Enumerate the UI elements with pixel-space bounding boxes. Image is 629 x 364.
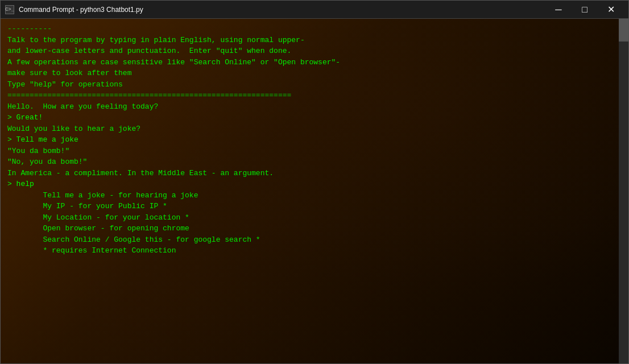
terminal-line: Search Online / Google this - for google… xyxy=(7,234,622,246)
content-area: ---------- Talk to the program by typing… xyxy=(1,19,628,363)
title-bar: C>_ Command Prompt - python3 Chatbot1.py… xyxy=(1,1,628,19)
window-title: Command Prompt - python3 Chatbot1.py xyxy=(19,6,143,14)
window-icon: C>_ xyxy=(5,5,14,14)
terminal-output[interactable]: ---------- Talk to the program by typing… xyxy=(1,19,628,363)
scrollbar[interactable] xyxy=(619,19,628,363)
maximize-button[interactable]: □ xyxy=(572,1,598,19)
terminal-line: > help xyxy=(7,179,622,190)
close-button[interactable]: ✕ xyxy=(598,1,624,19)
terminal-line: Type "help" for operations xyxy=(7,79,622,90)
terminal-line: Would you like to hear a joke? xyxy=(7,123,622,135)
terminal-line: Open browser - for opening chrome xyxy=(7,223,622,234)
terminal-line: "No, you da bomb!" xyxy=(7,156,622,168)
main-window: C>_ Command Prompt - python3 Chatbot1.py… xyxy=(0,0,629,364)
terminal-line: A few operations are case sensitive like… xyxy=(7,57,622,68)
terminal-line: In America - a compliment. In the Middle… xyxy=(7,168,622,179)
terminal-line: My Location - for your location * xyxy=(7,212,622,224)
terminal-line: and lower-case letters and punctuation. … xyxy=(7,46,622,57)
terminal-line: > Great! xyxy=(7,112,622,123)
terminal-line: make sure to look after them xyxy=(7,68,622,79)
terminal-line: * requires Internet Connection xyxy=(7,245,622,257)
terminal-line: ========================================… xyxy=(7,90,622,101)
terminal-line: "You da bomb!" xyxy=(7,146,622,157)
terminal-line: > Tell me a joke xyxy=(7,134,622,146)
minimize-button[interactable]: ─ xyxy=(545,1,572,19)
terminal-line: My IP - for your Public IP * xyxy=(7,201,622,212)
terminal-line: Hello. How are you feeling today? xyxy=(7,101,622,113)
scrollbar-thumb[interactable] xyxy=(619,19,628,42)
window-controls: ─ □ ✕ xyxy=(545,1,624,19)
terminal-line: Tell me a joke - for hearing a joke xyxy=(7,190,622,201)
terminal-line: ---------- xyxy=(7,23,622,35)
title-bar-left: C>_ Command Prompt - python3 Chatbot1.py xyxy=(5,5,143,14)
terminal-line: Talk to the program by typing in plain E… xyxy=(7,35,622,46)
